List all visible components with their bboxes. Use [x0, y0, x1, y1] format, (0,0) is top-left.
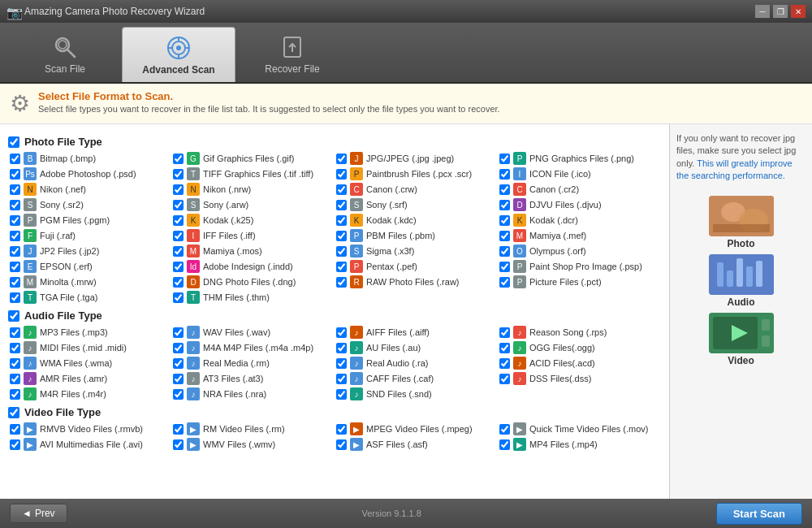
- pct-checkbox[interactable]: [499, 277, 510, 288]
- png-checkbox[interactable]: [499, 154, 510, 164]
- dss-checkbox[interactable]: [499, 374, 510, 384]
- raf-checkbox[interactable]: [10, 231, 20, 241]
- at3-checkbox[interactable]: [173, 374, 184, 384]
- pbm-checkbox[interactable]: [336, 231, 347, 241]
- close-button[interactable]: ✕: [791, 5, 806, 18]
- aiff-checkbox[interactable]: [336, 327, 347, 338]
- dcr-checkbox[interactable]: [499, 215, 510, 226]
- m4r-checkbox[interactable]: [10, 389, 20, 400]
- iff-checkbox[interactable]: [173, 231, 184, 241]
- gif-checkbox[interactable]: [173, 154, 184, 164]
- midi-icon: ♪: [24, 341, 37, 354]
- prev-button[interactable]: ◄ Prev: [10, 504, 67, 523]
- rmvb-checkbox[interactable]: [10, 424, 20, 435]
- m4r-icon: ♪: [24, 387, 37, 400]
- srf-checkbox[interactable]: [336, 200, 347, 210]
- avi-checkbox[interactable]: [10, 439, 20, 450]
- tab-advanced-scan[interactable]: Advanced Scan: [122, 27, 235, 82]
- list-item: ♪ WAV Files (.wav): [171, 325, 335, 340]
- wmv-checkbox[interactable]: [173, 439, 184, 450]
- prev-label: Prev: [35, 508, 55, 519]
- asf-checkbox[interactable]: [336, 439, 347, 450]
- tab-scan-file[interactable]: Scan File: [8, 27, 122, 82]
- jpg-checkbox[interactable]: [336, 154, 347, 164]
- pgm-checkbox[interactable]: [10, 215, 20, 226]
- nef-checkbox[interactable]: [10, 184, 20, 195]
- djvu-checkbox[interactable]: [499, 200, 510, 210]
- wav-checkbox[interactable]: [173, 327, 184, 338]
- pef-checkbox[interactable]: [336, 262, 347, 272]
- dng-checkbox[interactable]: [173, 277, 184, 288]
- rps-checkbox[interactable]: [499, 327, 510, 338]
- bitmap-checkbox[interactable]: [10, 154, 20, 164]
- ico-checkbox[interactable]: [499, 169, 510, 180]
- m4a-checkbox[interactable]: [173, 343, 184, 353]
- file-list[interactable]: Photo File Type B Bitmap (.bmp) G Gif Gr…: [0, 124, 670, 499]
- video-section-header: Video File Type: [8, 406, 661, 418]
- nef-icon: N: [24, 183, 37, 196]
- list-item: D DJVU Files (.djvu): [498, 197, 661, 212]
- erf-checkbox[interactable]: [10, 262, 20, 272]
- raw-checkbox[interactable]: [336, 277, 347, 288]
- start-scan-button[interactable]: Start Scan: [716, 503, 802, 525]
- indd-checkbox[interactable]: [173, 262, 184, 272]
- psp-label: Paint Shop Pro Image (.psp): [529, 262, 642, 271]
- caf-checkbox[interactable]: [336, 374, 347, 384]
- ra-checkbox[interactable]: [336, 358, 347, 369]
- au-checkbox[interactable]: [336, 343, 347, 353]
- snd-checkbox[interactable]: [336, 389, 347, 400]
- restore-button[interactable]: ❐: [773, 5, 788, 18]
- cr2-icon: C: [513, 183, 526, 196]
- orf-checkbox[interactable]: [499, 246, 510, 257]
- mp3-checkbox[interactable]: [10, 327, 20, 338]
- list-item: K Kodak (.k25): [171, 213, 335, 227]
- nrw-checkbox[interactable]: [173, 184, 184, 195]
- rmv-checkbox[interactable]: [173, 424, 184, 435]
- mp4-icon: ▶: [513, 438, 526, 451]
- rm-checkbox[interactable]: [173, 358, 184, 369]
- tab-recover-file[interactable]: Recover File: [235, 27, 349, 82]
- mp4-checkbox[interactable]: [499, 439, 510, 450]
- pcx-label: Paintbrush Files (.pcx .scr): [366, 169, 472, 179]
- mrw-label: Minolta (.mrw): [40, 277, 97, 287]
- mpeg-checkbox[interactable]: [336, 424, 347, 435]
- mrw-checkbox[interactable]: [10, 277, 20, 288]
- kdc-checkbox[interactable]: [336, 215, 347, 226]
- amr-checkbox[interactable]: [10, 374, 20, 384]
- mef-icon: M: [513, 229, 526, 242]
- photo-section-checkbox[interactable]: [8, 136, 19, 148]
- x3f-checkbox[interactable]: [336, 246, 347, 257]
- thm-checkbox[interactable]: [173, 292, 184, 303]
- mos-checkbox[interactable]: [173, 246, 184, 257]
- midi-checkbox[interactable]: [10, 343, 20, 353]
- sidebar-highlight: This will greatly improve the searching …: [676, 158, 793, 180]
- audio-section-checkbox[interactable]: [8, 310, 19, 322]
- acd-checkbox[interactable]: [499, 358, 510, 369]
- tiff-checkbox[interactable]: [173, 169, 184, 180]
- video-section-checkbox[interactable]: [8, 407, 19, 418]
- svg-rect-18: [717, 262, 723, 287]
- mef-checkbox[interactable]: [499, 231, 510, 241]
- sr2-checkbox[interactable]: [10, 200, 20, 210]
- pcx-checkbox[interactable]: [336, 169, 347, 180]
- arw-checkbox[interactable]: [173, 200, 184, 210]
- psp-checkbox[interactable]: [499, 262, 510, 272]
- jpg-icon: J: [350, 152, 363, 165]
- cr2-checkbox[interactable]: [499, 184, 510, 195]
- tga-checkbox[interactable]: [10, 292, 20, 303]
- nra-checkbox[interactable]: [173, 389, 184, 400]
- wma-icon: ♪: [24, 357, 37, 370]
- k25-checkbox[interactable]: [173, 215, 184, 226]
- minimize-button[interactable]: ─: [755, 5, 770, 18]
- list-item: F Fuji (.raf): [8, 228, 171, 243]
- jp2-checkbox[interactable]: [10, 246, 20, 257]
- bottom-bar: ◄ Prev Version 9.1.1.8 Start Scan: [0, 499, 812, 528]
- psd-checkbox[interactable]: [10, 169, 20, 180]
- psd-icon: Ps: [24, 167, 37, 180]
- mov-checkbox[interactable]: [499, 424, 510, 435]
- wma-checkbox[interactable]: [10, 358, 20, 369]
- list-item: Ps Adobe Photoshop (.psd): [8, 167, 171, 181]
- ogg-checkbox[interactable]: [499, 343, 510, 353]
- list-item: S Sony (.srf): [335, 197, 498, 212]
- crw-checkbox[interactable]: [336, 184, 347, 195]
